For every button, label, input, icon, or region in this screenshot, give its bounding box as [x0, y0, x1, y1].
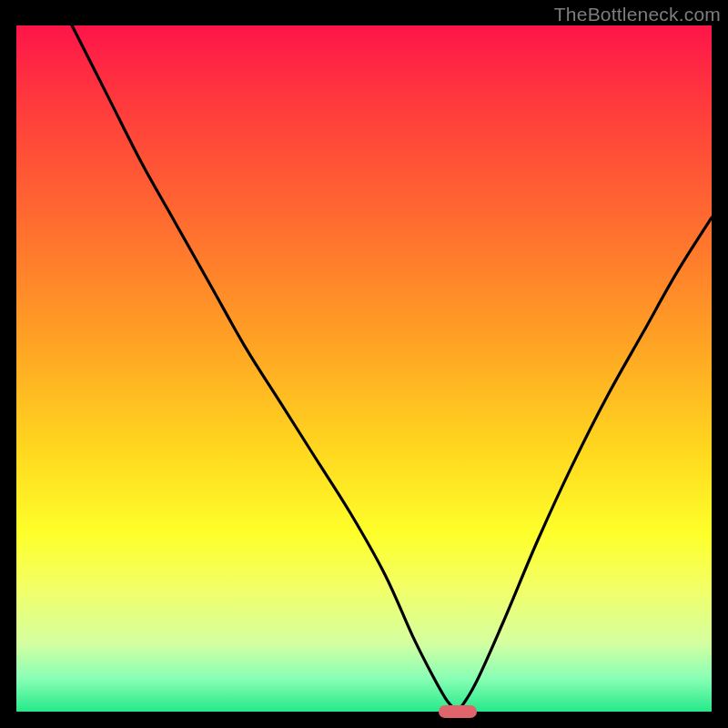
plot-area	[16, 25, 712, 712]
chart-container: TheBottleneck.com	[0, 0, 728, 728]
curve-layer	[16, 25, 712, 712]
minimum-marker	[439, 705, 477, 718]
right-branch-path	[458, 217, 712, 712]
left-branch-path	[72, 25, 458, 712]
watermark-text: TheBottleneck.com	[554, 4, 721, 25]
